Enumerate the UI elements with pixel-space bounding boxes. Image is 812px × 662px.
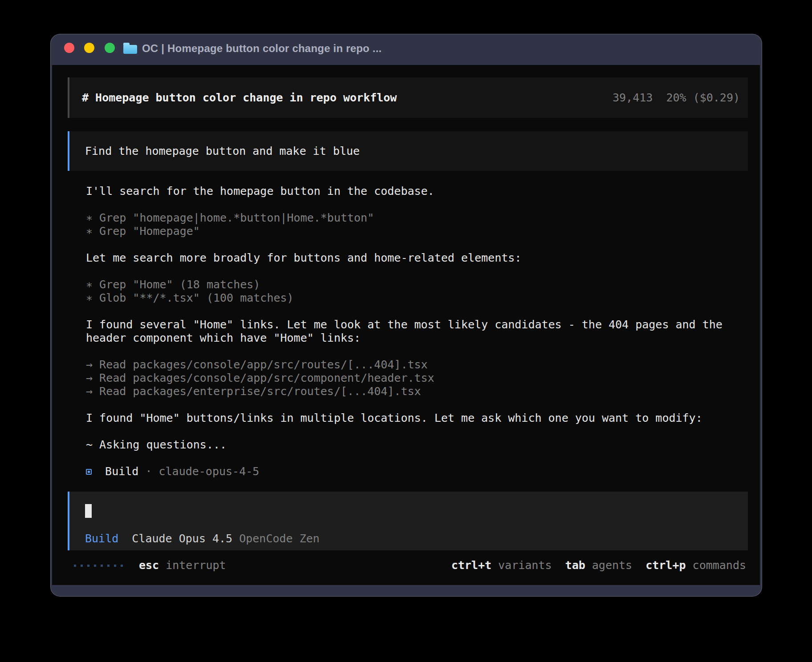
progress-dot <box>101 565 103 567</box>
maximize-button[interactable] <box>105 43 115 53</box>
transcript-line: ∗ Grep "Homepage" <box>86 225 760 238</box>
terminal-content: # Homepage button color change in repo w… <box>52 65 760 585</box>
prompt-input[interactable]: Build Claude Opus 4.5 OpenCode Zen <box>68 492 748 550</box>
esc-label: interrupt <box>159 559 226 572</box>
transcript-line: I found several "Home" links. Let me loo… <box>86 318 760 331</box>
esc-shortcut: esc interrupt <box>139 559 226 572</box>
shortcut-key: ctrl+t <box>451 559 491 572</box>
transcript-line: ~ Asking questions... <box>86 438 760 452</box>
window-title: OC | Homepage button color change in rep… <box>142 34 382 65</box>
transcript-line: → Read packages/console/app/src/routes/[… <box>86 358 760 371</box>
agent-name: Build <box>92 465 138 478</box>
progress-dot <box>114 565 116 567</box>
status-bar: esc interrupt ctrl+t variants tab agents… <box>74 559 746 572</box>
progress-dot <box>121 565 123 567</box>
input-model-label: Claude Opus 4.5 <box>118 532 232 545</box>
transcript-line: ∗ Glob "**/*.tsx" (100 matches) <box>86 291 760 305</box>
transcript: I'll search for the homepage button in t… <box>86 185 760 465</box>
session-title: # Homepage button color change in repo w… <box>82 91 397 104</box>
esc-key: esc <box>139 559 159 572</box>
transcript-line: → Read packages/enterprise/src/routes/[.… <box>86 385 760 398</box>
session-header: # Homepage button color change in repo w… <box>68 77 748 118</box>
window-titlebar[interactable]: OC | Homepage button color change in rep… <box>51 34 762 65</box>
shortcut-label: agents <box>585 559 646 572</box>
transcript-blank-line <box>86 265 760 278</box>
shortcut-label: commands <box>686 559 746 572</box>
transcript-line: header component which have "Home" links… <box>86 331 760 345</box>
transcript-line: I found "Home" buttons/links in multiple… <box>86 412 760 425</box>
transcript-blank-line <box>86 398 760 412</box>
transcript-line: Let me search more broadly for buttons a… <box>86 251 760 265</box>
progress-dot <box>81 565 83 567</box>
progress-dot <box>107 565 110 567</box>
terminal-window: OC | Homepage button color change in rep… <box>50 34 762 597</box>
progress-dots <box>74 565 123 567</box>
folder-icon <box>123 43 137 54</box>
transcript-line: ∗ Grep "homepage|home.*button|Home.*butt… <box>86 211 760 225</box>
shortcut-label: variants <box>491 559 565 572</box>
transcript-line: → Read packages/console/app/src/componen… <box>86 371 760 385</box>
input-modeline: Build Claude Opus 4.5 OpenCode Zen <box>85 532 320 545</box>
progress-dot <box>94 565 96 567</box>
progress-dot <box>87 565 89 567</box>
keyboard-shortcuts: ctrl+t variants tab agents ctrl+p comman… <box>451 559 746 572</box>
transcript-blank-line <box>86 345 760 358</box>
transcript-blank-line <box>86 425 760 438</box>
session-stats: 39,413 20% ($0.29) <box>613 91 740 104</box>
user-message: Find the homepage button and make it blu… <box>68 131 748 171</box>
close-button[interactable] <box>64 43 74 53</box>
shortcut-key: tab <box>565 559 585 572</box>
transcript-blank-line <box>86 305 760 318</box>
agent-model: · claude-opus-4-5 <box>138 465 259 478</box>
transcript-line: ∗ Grep "Home" (18 matches) <box>86 278 760 291</box>
user-message-text: Find the homepage button and make it blu… <box>85 145 360 157</box>
transcript-line: I'll search for the homepage button in t… <box>86 185 760 198</box>
text-cursor <box>85 504 92 518</box>
input-provider-label: OpenCode Zen <box>232 532 320 545</box>
transcript-blank-line <box>86 238 760 251</box>
input-agent-label[interactable]: Build <box>85 532 118 545</box>
progress-dot <box>74 565 76 567</box>
minimize-button[interactable] <box>84 43 94 53</box>
transcript-blank-line <box>86 198 760 211</box>
agent-status-line: Build · claude-opus-4-5 <box>86 465 760 478</box>
shortcut-key: ctrl+p <box>646 559 686 572</box>
transcript-blank-line <box>86 452 760 465</box>
build-agent-icon <box>86 469 92 475</box>
